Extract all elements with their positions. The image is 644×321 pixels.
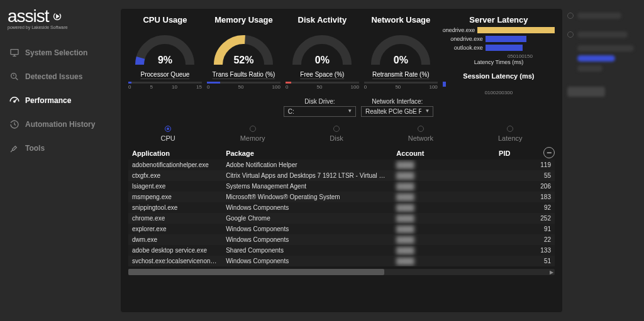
gauge-value: 0% [363, 55, 438, 66]
tab-disk[interactable]: Disk [330, 126, 343, 142]
nav: System Selection Detected Issues Perform… [5, 41, 116, 160]
table-row[interactable]: svchost.exe:localservicenonetworkWindows… [128, 256, 555, 266]
nav-detected-issues[interactable]: Detected Issues [5, 65, 116, 89]
search-alert-icon [9, 71, 20, 82]
gauge-value: 52% [206, 55, 281, 66]
nav-automation-history[interactable]: Automation History [5, 112, 116, 136]
metric-latency: Server Latency onedrive.exeonedrive.exeo… [443, 15, 555, 95]
controls-row: Disk Drive: C: Network Interface: Realte… [128, 98, 555, 117]
radio-icon [250, 126, 256, 132]
performance-panel: CPU Usage 9% Processor Queue 051015 Memo… [121, 9, 562, 312]
gauge-value: 9% [127, 55, 203, 66]
mini-bar-cpu: 051015 [128, 79, 202, 90]
metric-title: CPU Usage [143, 15, 187, 24]
radio-icon [165, 126, 171, 132]
gauge-memory: 52% [206, 26, 281, 70]
collapse-button[interactable]: − [543, 147, 555, 158]
process-table-wrap: − ApplicationPackageAccountPID adobenoti… [128, 147, 555, 306]
nav-label: Performance [25, 96, 71, 105]
table-row[interactable]: adobenotificationhelper.exeAdobe Notific… [128, 160, 555, 170]
table-row[interactable]: adobe desktop service.exeShared Componen… [128, 245, 555, 256]
metric-title: Memory Usage [214, 15, 272, 24]
sidebar: assist powered by Lakeside Software Syst… [0, 0, 121, 321]
nav-label: Detected Issues [25, 72, 82, 81]
network-interface-control: Network Interface: Realtek PCIe GbE F [361, 98, 433, 117]
metric-cpu: CPU Usage 9% Processor Queue 051015 [128, 15, 202, 95]
tab-cpu[interactable]: CPU [160, 126, 175, 142]
assist-arrow-icon [50, 9, 64, 23]
metric-title: Network Usage [371, 15, 430, 24]
radio-icon [333, 126, 340, 132]
sub-label: Free Space (%) [300, 71, 344, 78]
gauge-value: 0% [284, 55, 360, 66]
sub-label: Retransmit Rate (%) [372, 71, 430, 78]
disk-drive-label: Disk Drive: [284, 98, 356, 105]
table-row[interactable]: lsiagent.exeSystems Management Agent████… [128, 181, 555, 192]
radio-icon [418, 126, 424, 132]
nav-label: System Selection [25, 48, 87, 57]
radio-icon [507, 126, 513, 132]
col-header[interactable]: Application [128, 147, 222, 160]
table-row[interactable]: explorer.exeWindows Components████91 [128, 224, 555, 234]
nav-label: Tools [25, 144, 45, 153]
network-if-select[interactable]: Realtek PCIe GbE F [361, 106, 433, 117]
axis: 050100150 [465, 53, 533, 59]
history-icon [9, 119, 20, 130]
gauge-network: 0% [363, 26, 438, 70]
mini-bar-memory: 050100 [207, 79, 280, 90]
brand-logo: assist powered by Lakeside Software [5, 6, 116, 30]
col-header[interactable]: Package [222, 147, 392, 160]
session-latency-chart [443, 80, 555, 89]
resource-tabs: CPUMemoryDiskNetworkLatency [128, 126, 555, 142]
server-latency-chart: onedrive.exeonedrive.exeoutlook.exe [443, 26, 555, 52]
svg-point-3 [14, 101, 15, 102]
axis: 0100200300 [485, 90, 513, 95]
mini-bar-disk: 050100 [286, 79, 359, 90]
monitor-icon [9, 47, 20, 58]
metric-network: Network Usage 0% Retransmit Rate (%) 050… [364, 15, 438, 95]
nav-tools[interactable]: Tools [5, 136, 116, 160]
table-row[interactable]: dwm.exeWindows Components████22 [128, 234, 555, 245]
brand-tagline: powered by Lakeside Software [8, 25, 116, 30]
nav-performance[interactable]: Performance [5, 89, 116, 112]
svg-rect-1 [11, 50, 18, 55]
metric-title: Server Latency [469, 15, 528, 24]
gauge-cpu: 9% [127, 26, 203, 70]
x-axis-label: Latency Times (ms) [474, 59, 524, 65]
scroll-right-icon[interactable]: ▶ [548, 269, 555, 275]
nav-system-selection[interactable]: System Selection [5, 41, 116, 65]
brand-name: assist [8, 6, 49, 26]
sub-label: Trans Faults Ratio (%) [213, 71, 275, 78]
table-actions: − [543, 147, 555, 158]
metric-memory: Memory Usage 52% Trans Faults Ratio (%) … [207, 15, 280, 95]
session-latency-title: Session Latency (ms) [463, 72, 534, 80]
network-if-label: Network Interface: [361, 98, 433, 105]
table-row[interactable]: ctxgfx.exeCitrix Virtual Apps and Deskto… [128, 170, 555, 181]
table-row[interactable]: chrome.exeGoogle Chrome████252 [128, 213, 555, 224]
horizontal-scrollbar[interactable]: ◀ ▶ [128, 269, 555, 275]
mini-bar-network: 050100 [364, 79, 438, 90]
gauge-disk: 0% [284, 26, 360, 70]
table-row[interactable]: snippingtool.exeWindows Components████92 [128, 202, 555, 213]
tab-memory[interactable]: Memory [240, 126, 265, 142]
gauge-icon [9, 95, 20, 106]
right-rail [562, 0, 644, 321]
metrics-row: CPU Usage 9% Processor Queue 051015 Memo… [128, 15, 555, 95]
disk-drive-select[interactable]: C: [284, 106, 356, 117]
tools-icon [9, 143, 20, 154]
process-table: ApplicationPackageAccountPID adobenotifi… [128, 147, 555, 266]
tab-latency[interactable]: Latency [498, 126, 523, 142]
disk-drive-control: Disk Drive: C: [284, 98, 356, 117]
sub-label: Processor Queue [141, 71, 190, 78]
nav-label: Automation History [25, 120, 95, 129]
scroll-thumb[interactable] [128, 269, 384, 275]
metric-title: Disk Activity [298, 15, 347, 24]
col-header[interactable]: Account [392, 147, 495, 160]
tab-network[interactable]: Network [408, 126, 433, 142]
metric-disk: Disk Activity 0% Free Space (%) 050100 [286, 15, 359, 95]
table-row[interactable]: msmpeng.exeMicrosoft® Windows® Operating… [128, 192, 555, 202]
